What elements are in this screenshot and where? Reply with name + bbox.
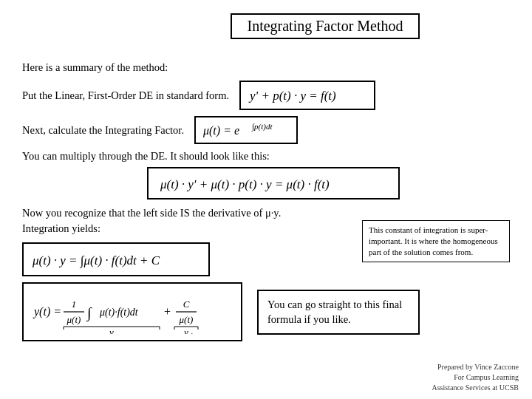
svg-text:μ(t) · y' + μ(t) · p(t) · y = : μ(t) · y' + μ(t) · p(t) · y = μ(t) · f(t… <box>160 177 330 191</box>
page-title: Integrating Factor Method <box>231 13 419 39</box>
footer-line3: Assistance Services at UCSB <box>432 383 519 393</box>
footer: Prepared by Vince Zaccone For Campus Lea… <box>432 362 519 393</box>
step4-left: Now you recognize that the left side IS … <box>22 207 350 276</box>
svg-text:C: C <box>183 299 190 310</box>
step4-section: Now you recognize that the left side IS … <box>22 207 510 276</box>
step3-section: You can multiply through the DE. It shou… <box>22 150 510 200</box>
step1-formula: y' + p(t) · y = f(t) <box>239 81 375 110</box>
step4-formula: μ(t) · y = ∫μ(t) · f(t)dt + C <box>22 242 210 276</box>
note-box: This constant of integration is super-im… <box>362 220 510 262</box>
svg-text:μ(t) = e: μ(t) = e <box>202 124 239 137</box>
svg-text:μ(t)·f(t)dt: μ(t)·f(t)dt <box>99 307 139 318</box>
page: Integrating Factor Method Here is a summ… <box>0 0 532 399</box>
step1-row: Put the Linear, First-Order DE in standa… <box>22 81 510 110</box>
svg-text:p: p <box>115 332 120 334</box>
step3-formula: μ(t) · y' + μ(t) · p(t) · y = μ(t) · f(t… <box>147 167 400 200</box>
svg-text:y' + p(t) · y = f(t): y' + p(t) · y = f(t) <box>248 89 336 103</box>
bottom-section: y(t) = 1 μ(t) ∫ μ(t)·f(t)dt + C μ(t) <box>22 282 510 341</box>
go-straight-text: You can go straight to this final formul… <box>267 299 402 325</box>
step1-text: Put the Linear, First-Order DE in standa… <box>22 89 229 102</box>
intro-text: Here is a summary of the method: <box>22 60 510 75</box>
footer-line2: For Campus Learning <box>432 372 519 383</box>
step2-row: Next, calculate the Integrating Factor. … <box>22 116 510 144</box>
step2-formula: μ(t) = e ∫p(t)dt <box>194 116 298 144</box>
svg-text:y(t) =: y(t) = <box>33 305 61 318</box>
svg-text:y: y <box>108 327 114 334</box>
step4-text: Now you recognize that the left side IS … <box>22 207 350 219</box>
svg-text:1: 1 <box>72 299 77 310</box>
step3-text: You can multiply through the DE. It shou… <box>22 150 510 163</box>
final-formula-svg: y(t) = 1 μ(t) ∫ μ(t)·f(t)dt + C μ(t) <box>33 290 232 334</box>
svg-text:∫p(t)dt: ∫p(t)dt <box>251 122 273 132</box>
svg-text:h: h <box>191 332 194 334</box>
step4b-text: Integration yields: <box>22 222 350 235</box>
footer-line1: Prepared by Vince Zaccone <box>432 362 519 372</box>
svg-text:∫: ∫ <box>86 304 92 322</box>
step2-text: Next, calculate the Integrating Factor. <box>22 124 184 137</box>
final-formula-box: y(t) = 1 μ(t) ∫ μ(t)·f(t)dt + C μ(t) <box>22 282 242 341</box>
svg-text:+: + <box>164 305 171 318</box>
svg-text:μ(t): μ(t) <box>66 314 81 325</box>
svg-text:y: y <box>183 327 188 334</box>
note-text: This constant of integration is super-im… <box>369 225 498 256</box>
go-straight-box: You can go straight to this final formul… <box>257 290 420 335</box>
svg-text:μ(t): μ(t) <box>179 314 194 325</box>
svg-text:μ(t) · y = ∫μ(t) · f(t)dt + C: μ(t) · y = ∫μ(t) · f(t)dt + C <box>32 253 160 268</box>
